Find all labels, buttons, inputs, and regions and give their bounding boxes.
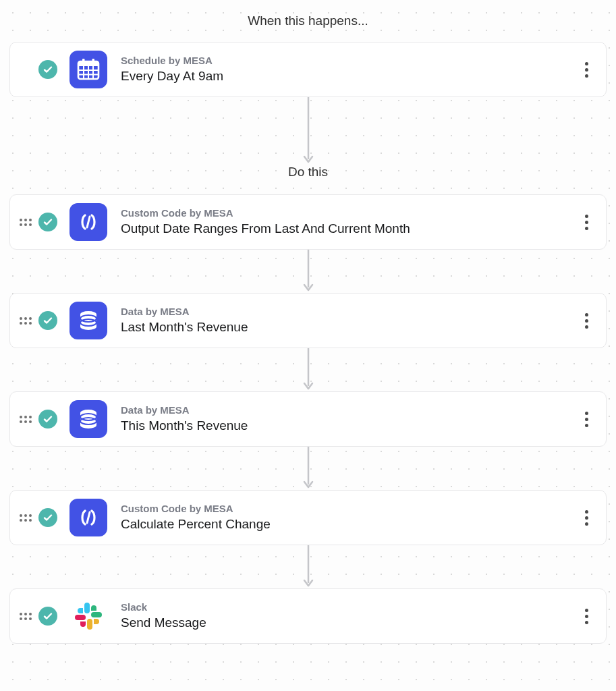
slack-icon — [69, 597, 107, 635]
action-card[interactable]: Slack Send Message — [9, 588, 607, 644]
svg-rect-1 — [78, 61, 99, 66]
workflow-builder: When this happens... Schedule by MESA Ev… — [0, 0, 616, 644]
more-options-button[interactable] — [578, 56, 595, 83]
card-text: Data by MESA This Month's Revenue — [121, 404, 578, 434]
svg-line-20 — [87, 512, 90, 523]
card-title: Calculate Percent Change — [121, 516, 578, 533]
card-app-label: Data by MESA — [121, 305, 578, 319]
card-title: Every Day At 9am — [121, 68, 578, 85]
card-app-label: Custom Code by MESA — [121, 502, 578, 516]
more-options-button[interactable] — [578, 209, 595, 236]
svg-rect-3 — [92, 59, 95, 63]
drag-handle-icon[interactable] — [20, 514, 32, 522]
connector-arrow — [9, 447, 607, 490]
card-text: Custom Code by MESA Output Date Ranges F… — [121, 206, 578, 237]
card-title: This Month's Revenue — [121, 418, 578, 435]
svg-rect-28 — [87, 619, 92, 630]
svg-line-10 — [87, 217, 90, 227]
more-options-button[interactable] — [578, 307, 595, 334]
card-title: Send Message — [121, 615, 578, 632]
status-ok-icon — [38, 213, 57, 231]
card-app-label: Slack — [121, 601, 578, 614]
card-text: Schedule by MESA Every Day At 9am — [121, 54, 578, 84]
svg-rect-25 — [91, 612, 102, 617]
drag-handle-icon[interactable] — [20, 416, 32, 423]
card-text: Custom Code by MESA Calculate Percent Ch… — [121, 502, 578, 532]
more-options-button[interactable] — [578, 504, 595, 531]
card-app-label: Custom Code by MESA — [121, 206, 578, 220]
connector-arrow — [9, 250, 607, 293]
database-icon — [69, 302, 107, 339]
schedule-icon — [69, 51, 107, 88]
status-ok-icon — [38, 60, 57, 79]
status-ok-icon — [38, 410, 57, 429]
action-card[interactable]: Data by MESA This Month's Revenue — [9, 391, 607, 447]
status-ok-icon — [38, 508, 57, 527]
status-ok-icon — [38, 311, 57, 330]
action-card[interactable]: Custom Code by MESA Calculate Percent Ch… — [9, 490, 607, 545]
svg-rect-2 — [82, 59, 85, 63]
svg-rect-22 — [84, 603, 90, 613]
more-options-button[interactable] — [578, 406, 595, 433]
connector-arrow — [9, 545, 607, 588]
drag-handle-icon[interactable] — [20, 613, 32, 620]
svg-rect-33 — [80, 621, 86, 624]
trigger-card[interactable]: Schedule by MESA Every Day At 9am — [9, 42, 607, 97]
card-app-label: Schedule by MESA — [121, 54, 578, 67]
svg-rect-27 — [91, 608, 96, 611]
action-card[interactable]: Custom Code by MESA Output Date Ranges F… — [9, 194, 607, 250]
svg-rect-30 — [94, 619, 96, 624]
card-text: Slack Send Message — [121, 601, 578, 631]
trigger-section-label: When this happens... — [9, 13, 607, 28]
svg-rect-24 — [80, 608, 83, 613]
code-icon — [69, 203, 107, 241]
code-icon — [69, 499, 107, 536]
database-icon — [69, 400, 107, 438]
card-app-label: Data by MESA — [121, 404, 578, 417]
connector-arrow — [9, 348, 607, 391]
more-options-button[interactable] — [578, 603, 595, 630]
drag-handle-icon[interactable] — [20, 317, 32, 325]
action-section-label: Do this — [9, 165, 607, 179]
card-text: Data by MESA Last Month's Revenue — [121, 305, 578, 335]
card-title: Last Month's Revenue — [121, 319, 578, 336]
drag-handle-icon[interactable] — [20, 219, 32, 226]
action-card[interactable]: Data by MESA Last Month's Revenue — [9, 293, 607, 348]
connector-arrow — [9, 97, 607, 165]
status-ok-icon — [38, 607, 57, 626]
svg-rect-31 — [75, 615, 86, 620]
card-title: Output Date Ranges From Last And Current… — [121, 221, 578, 238]
